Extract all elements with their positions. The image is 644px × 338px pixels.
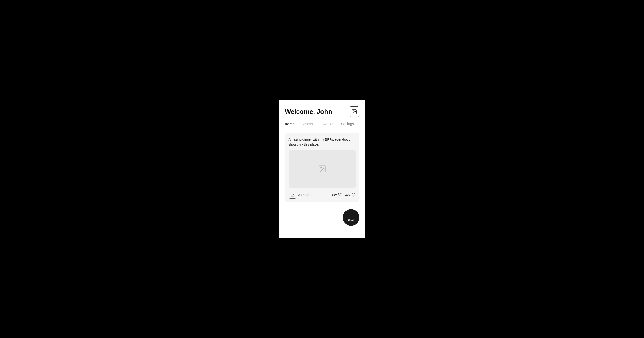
image-placeholder-icon — [318, 165, 326, 173]
profile-avatar-button[interactable] — [349, 106, 360, 117]
svg-point-5 — [292, 194, 292, 194]
tab-settings[interactable]: Settings — [338, 120, 357, 128]
fab-label: Post — [348, 219, 354, 222]
image-icon — [351, 109, 357, 115]
comments-count: 200 — [345, 193, 350, 196]
post-footer: Jane Doe 120 200 — [288, 191, 356, 199]
likes-stat: 120 — [332, 193, 342, 197]
author-image-icon — [290, 193, 294, 197]
nav-tabs: Home Search Favorites Settings — [285, 120, 360, 128]
svg-point-1 — [353, 110, 354, 111]
post-image — [288, 150, 356, 188]
author-avatar-icon — [288, 191, 296, 199]
fab-plus-icon: + — [350, 213, 352, 218]
tab-home[interactable]: Home — [285, 120, 298, 128]
post-stats: 120 200 — [332, 193, 356, 197]
comment-icon — [351, 193, 356, 197]
post-card: Amazing dinner with my BFFs, everybody s… — [285, 133, 360, 202]
welcome-title: Welcome, John — [285, 108, 332, 115]
likes-count: 120 — [332, 193, 337, 196]
tab-favorites[interactable]: Favorites — [316, 120, 338, 128]
post-text: Amazing dinner with my BFFs, everybody s… — [288, 137, 356, 147]
post-fab-button[interactable]: + Post — [343, 209, 360, 226]
author-name: Jane Doe — [298, 193, 312, 197]
tab-search[interactable]: Search — [298, 120, 316, 128]
comments-stat: 200 — [345, 193, 356, 197]
phone-card: Welcome, John Home Search Favorites Sett… — [279, 100, 365, 239]
svg-point-3 — [320, 167, 322, 168]
post-author: Jane Doe — [288, 191, 312, 199]
header-row: Welcome, John — [285, 106, 360, 117]
svg-point-6 — [352, 193, 355, 196]
fab-area: + Post — [285, 206, 360, 231]
heart-icon — [338, 193, 342, 197]
